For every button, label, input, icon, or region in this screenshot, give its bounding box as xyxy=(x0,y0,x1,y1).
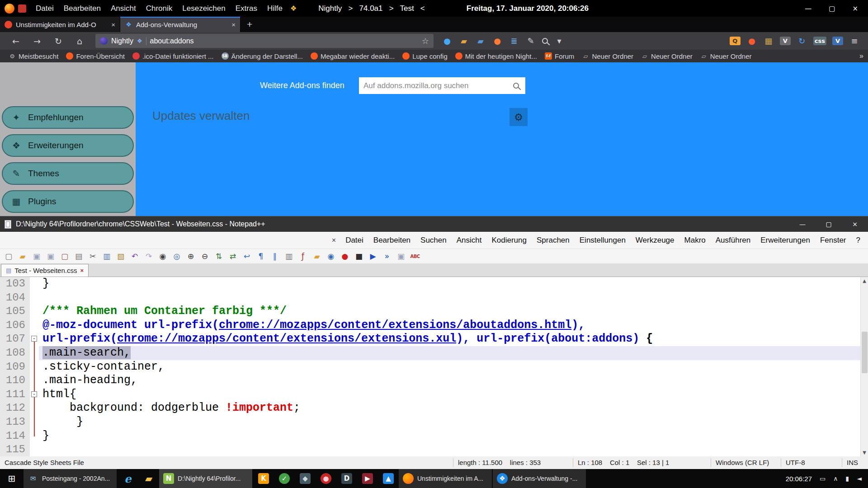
scroll-up-icon[interactable]: ▲ xyxy=(863,277,866,285)
notepad-menu-item[interactable]: ? xyxy=(851,236,865,245)
code-line[interactable]: .main-heading, xyxy=(39,374,860,388)
notepad-menu-item[interactable]: Kodierung xyxy=(486,236,532,245)
bookmark-item[interactable]: .ico-Datei funktioniert ... xyxy=(129,51,217,61)
redo-icon[interactable]: ↷ xyxy=(144,251,154,261)
notepad-maximize-button[interactable]: ▢ xyxy=(816,216,842,232)
paste-icon[interactable]: ▧ xyxy=(116,251,126,261)
orange-tool-icon[interactable]: Q xyxy=(730,37,741,45)
globe-icon[interactable]: ● xyxy=(442,36,453,47)
code-line[interactable]: background: dodgerblue !important; xyxy=(39,401,860,415)
tray-expand-icon[interactable]: ∧ xyxy=(833,475,838,482)
code-line[interactable]: .main-search, xyxy=(39,346,860,360)
save-icon[interactable]: ▣ xyxy=(32,251,42,261)
back-button[interactable]: ← xyxy=(8,36,24,46)
save-all-icon[interactable]: ▣ xyxy=(46,251,56,261)
code-line[interactable]: } xyxy=(39,415,860,429)
home-button[interactable]: ⌂ xyxy=(72,36,87,46)
menubar-item[interactable]: Lesezeichen xyxy=(177,0,230,17)
search-icon[interactable] xyxy=(513,83,519,89)
bookmark-item[interactable]: ▱ Neuer Ordner xyxy=(697,51,755,61)
function-list-icon[interactable]: ƒ xyxy=(298,251,308,261)
macro-play-icon[interactable]: ▶ xyxy=(368,251,378,261)
menubar-item[interactable]: Bearbeiten xyxy=(59,0,106,17)
tab-close-icon[interactable]: × xyxy=(231,21,236,28)
editor-scrollbar[interactable]: ▲ ▼ xyxy=(860,277,868,456)
bookmark-item[interactable]: Mit der heutigen Night... xyxy=(452,51,540,61)
list-icon[interactable]: ≣ xyxy=(509,36,519,47)
code-line[interactable]: /*** Rahmen um Container farbig ***/ xyxy=(39,305,860,319)
notepad-menu-item[interactable]: Erweiterungen xyxy=(755,236,815,245)
show-all-chars-icon[interactable]: ¶ xyxy=(256,251,266,261)
code-line[interactable]: } xyxy=(39,429,860,443)
sidebar-item-plugins[interactable]: ▦ Plugins xyxy=(2,190,134,213)
pen-icon[interactable]: ✎ xyxy=(525,36,536,47)
macro-run-multiple-icon[interactable]: » xyxy=(382,251,392,261)
macro-record-icon[interactable]: ● xyxy=(340,251,350,261)
css-badge-icon[interactable]: css xyxy=(813,37,826,45)
code-line[interactable]: url-prefix(chrome://mozapps/content/exte… xyxy=(39,332,860,346)
code-line[interactable] xyxy=(39,443,860,456)
search-icon[interactable] xyxy=(542,38,548,44)
menubar-item[interactable]: Hilfe xyxy=(262,0,288,17)
notepad-menu-item[interactable]: Sprachen xyxy=(532,236,575,245)
sidebar-item-erweiterungen[interactable]: ❖ Erweiterungen xyxy=(2,134,134,157)
menu-icon[interactable]: ≡ xyxy=(849,36,860,47)
folder-blue-icon[interactable]: ▰ xyxy=(475,36,486,47)
taskbar-explorer-button[interactable]: ▰ xyxy=(138,469,159,488)
zoom-in-icon[interactable]: ⊕ xyxy=(186,251,196,261)
document-tab[interactable]: ▤ Test - Webseiten.css × xyxy=(1,264,89,277)
sidebar-item-empfehlungen[interactable]: ✦ Empfehlungen xyxy=(2,106,134,129)
bookmark-item[interactable]: Megabar wieder deakti... xyxy=(307,51,398,61)
bookmark-item[interactable]: ⚙ Meistbesucht xyxy=(5,51,61,61)
action-center-icon[interactable]: ▭ xyxy=(820,475,826,482)
zoom-out-icon[interactable]: ⊖ xyxy=(200,251,210,261)
fox-orange-icon[interactable]: ● xyxy=(492,36,503,47)
copy-icon[interactable]: ▥ xyxy=(102,251,112,261)
sync-horizontal-icon[interactable]: ⇄ xyxy=(228,251,238,261)
reload-button[interactable]: ↻ xyxy=(51,36,66,46)
taskbar-firefox-button[interactable]: Unstimmigkeiten im A... xyxy=(399,469,492,488)
close-doc-icon[interactable]: ▢ xyxy=(60,251,70,261)
folder-workspace-icon[interactable]: ▰ xyxy=(312,251,322,261)
new-tab-button[interactable]: + xyxy=(241,17,259,32)
battery-icon[interactable]: ▮ xyxy=(846,475,849,482)
taskbar-mail-button[interactable]: ✉ Posteingang - 2002An... xyxy=(24,469,117,488)
fold-collapse-icon[interactable]: - xyxy=(31,336,37,342)
code-line[interactable]: html{ xyxy=(39,388,860,402)
start-button[interactable]: ⊞ xyxy=(0,469,24,488)
find-icon[interactable]: ◉ xyxy=(158,251,168,261)
v2-badge-icon[interactable]: V xyxy=(832,37,843,45)
code-area[interactable]: }/*** Rahmen um Container farbig ***/@-m… xyxy=(39,277,860,456)
taskbar-antivirus-icon[interactable]: ✓ xyxy=(274,469,295,488)
notepad-menu-item[interactable]: Einstellungen xyxy=(575,236,631,245)
code-line[interactable]: @-moz-document url-prefix(chrome://mozap… xyxy=(39,319,860,333)
taskbar-addons-button[interactable]: ❖ Add-ons-Verwaltung -... xyxy=(493,469,586,488)
scrollbar-thumb[interactable] xyxy=(862,332,868,373)
macro-save-icon[interactable]: ▣ xyxy=(396,251,406,261)
undo-icon[interactable]: ↶ xyxy=(130,251,140,261)
taskbar-edge-button[interactable]: e xyxy=(118,469,138,488)
menubar-item[interactable]: Extras xyxy=(231,0,262,17)
sync-icon[interactable]: ↻ xyxy=(797,36,807,47)
notepad-menu-item[interactable]: Suchen xyxy=(415,236,452,245)
replace-icon[interactable]: ◎ xyxy=(172,251,182,261)
notepad-menu-item[interactable]: Werkzeuge xyxy=(631,236,679,245)
volume-icon[interactable]: ◄ xyxy=(857,475,862,482)
print-icon[interactable]: ▤ xyxy=(74,251,84,261)
notepad-menu-item[interactable]: Ausführen xyxy=(711,236,756,245)
notepad-close-button[interactable]: × xyxy=(842,216,868,232)
cut-icon[interactable]: ✂ xyxy=(88,251,98,261)
code-line[interactable] xyxy=(39,291,860,305)
taskbar-photos-icon[interactable]: ▲ xyxy=(378,469,399,488)
document-tab-close-icon[interactable]: × xyxy=(80,267,84,274)
taskbar-app-red-icon[interactable]: ● xyxy=(316,469,336,488)
monitoring-eye-icon[interactable]: ◉ xyxy=(326,251,336,261)
open-folder-icon[interactable]: ▰ xyxy=(18,251,28,261)
status-insert-mode[interactable]: INS xyxy=(842,458,868,467)
menubar-puzzle-icon[interactable]: ❖ xyxy=(290,4,297,13)
new-file-icon[interactable]: ▢ xyxy=(4,251,14,261)
sidebar-item-themes[interactable]: ✎ Themes xyxy=(2,162,134,185)
taskbar-app-dark-icon[interactable]: ◆ xyxy=(295,469,316,488)
macro-stop-icon[interactable]: ■ xyxy=(354,251,364,261)
firefox-close-button[interactable]: × xyxy=(852,5,858,13)
